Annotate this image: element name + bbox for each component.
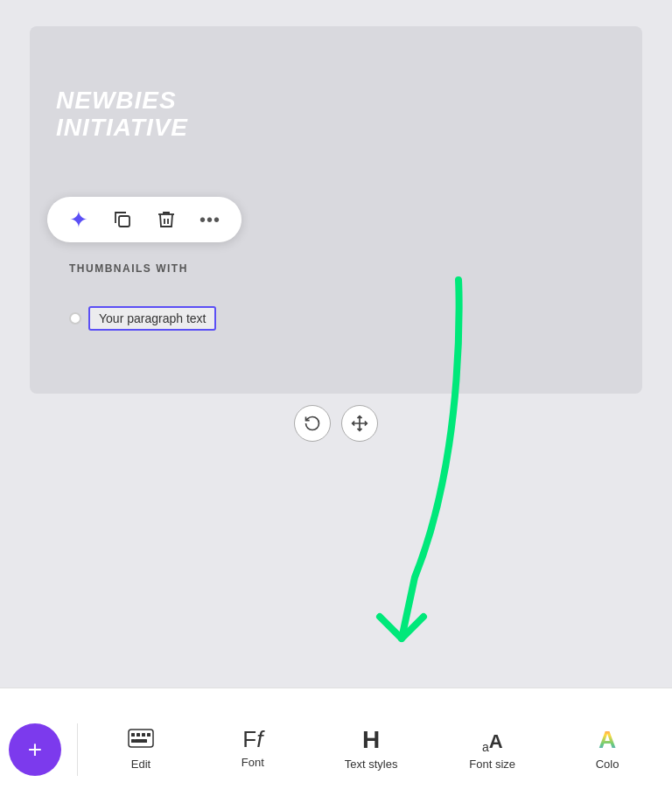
- toolbar-item-edit[interactable]: Edit: [110, 721, 172, 778]
- more-options-button[interactable]: •••: [196, 206, 224, 234]
- fab-add-button[interactable]: +: [9, 723, 61, 776]
- drag-handle[interactable]: [69, 312, 81, 325]
- toolbar-items: Edit Ff Font H Text styles aA Font size …: [85, 721, 663, 778]
- design-canvas: NEWBIES INITIATIVE ✦ •••: [30, 26, 642, 394]
- ai-enhance-button[interactable]: ✦: [65, 206, 93, 234]
- thumbnails-label: THUMBNAILS WITH: [69, 262, 188, 275]
- rotate-button[interactable]: [294, 405, 331, 442]
- svg-rect-2: [131, 733, 135, 737]
- font-label: Font: [242, 756, 264, 769]
- delete-button[interactable]: [152, 206, 180, 234]
- svg-rect-5: [147, 733, 150, 737]
- canvas-title: NEWBIES INITIATIVE: [56, 87, 188, 142]
- svg-rect-0: [119, 216, 130, 227]
- color-icon: A: [598, 728, 616, 752]
- svg-rect-1: [129, 730, 153, 747]
- text-styles-label: Text styles: [345, 758, 398, 771]
- font-size-icon: aA: [482, 728, 503, 752]
- toolbar-item-text-styles[interactable]: H Text styles: [334, 721, 409, 778]
- edit-label: Edit: [131, 758, 150, 771]
- font-icon: Ff: [242, 728, 262, 751]
- copy-button[interactable]: [108, 206, 136, 234]
- canvas-area: NEWBIES INITIATIVE ✦ •••: [0, 0, 672, 688]
- bottom-toolbar: + Edit Ff: [0, 688, 672, 810]
- svg-rect-3: [136, 733, 140, 737]
- toolbar-item-font[interactable]: Ff Font: [222, 721, 284, 778]
- toolbar-item-color[interactable]: A Colo: [577, 721, 638, 778]
- canvas-controls: [294, 405, 378, 442]
- toolbar-item-font-size[interactable]: aA Font size: [458, 721, 526, 778]
- fab-plus-icon: +: [28, 737, 42, 762]
- color-label: Colo: [596, 758, 620, 771]
- text-styles-icon: H: [362, 728, 380, 752]
- annotation-arrow: [327, 271, 502, 677]
- svg-rect-6: [131, 739, 135, 743]
- svg-rect-8: [135, 739, 147, 743]
- paragraph-text-box[interactable]: Your paragraph text: [88, 306, 216, 331]
- move-button[interactable]: [341, 405, 378, 442]
- font-size-label: Font size: [469, 758, 515, 771]
- toolbar-separator: [77, 723, 78, 776]
- keyboard-icon: [128, 728, 154, 752]
- svg-rect-4: [142, 733, 145, 737]
- floating-toolbar: ✦ •••: [47, 197, 242, 242]
- paragraph-element[interactable]: Your paragraph text: [69, 306, 216, 331]
